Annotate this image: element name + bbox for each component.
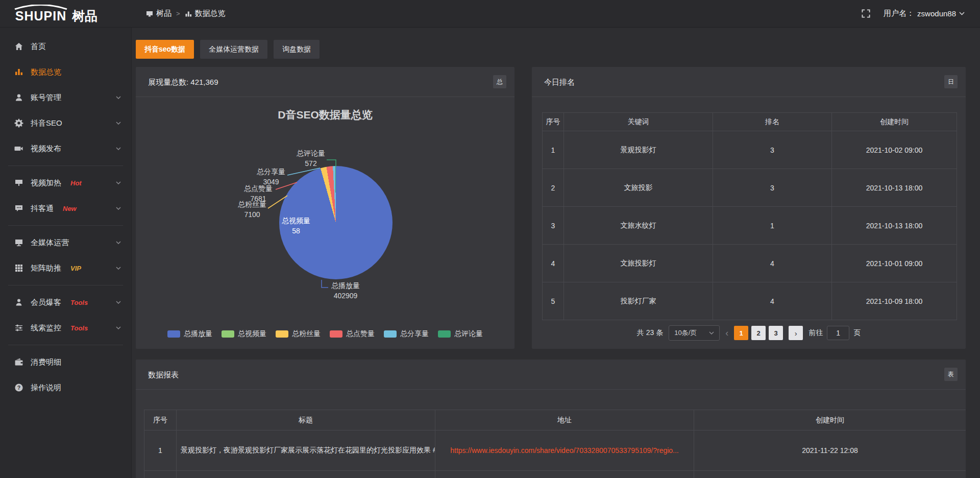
sidebar-item-member-leads[interactable]: 会员爆客 Tools [0,290,131,315]
table-toggle-button[interactable]: 表 [944,368,958,381]
fullscreen-icon[interactable] [862,9,870,18]
sidebar-item-spend-detail[interactable]: 消费明细 [0,349,131,375]
sidebar-item-video-heat[interactable]: 视频加热 Hot [0,170,131,196]
tab-media-ops-data[interactable]: 全媒体运营数据 [200,40,267,59]
sidebar-item-video-publish[interactable]: 视频发布 [0,136,131,161]
top-bar: SHUPIN 树品 树品 > 数据总览 用户名：zswodun88 [0,0,980,28]
chevron-down-icon [116,207,121,210]
report-table: 序号 标题 地址 创建时间 1景观投影灯，夜游景观投影灯厂家展示展示落花灯在花园… [144,410,966,478]
sliders-icon [14,323,23,332]
logo-text-cn: 树品 [72,10,97,22]
sidebar-item-douyin-seo[interactable]: 抖音SEO [0,110,131,136]
pie-label-plays: 总播放量402909 [328,281,363,301]
legend-swatch [438,330,451,338]
page-size-select[interactable]: 10条/页 [669,325,720,341]
wallet-icon [14,357,23,367]
logo-text-en: SHUPIN [15,10,66,22]
tab-inquiry-data[interactable]: 询盘数据 [274,40,320,59]
legend-swatch [222,330,234,338]
table-row: 3文旅水纹灯12021-10-13 18:00 [543,207,957,245]
chat-bubble-icon [14,204,23,213]
report-panel: 数据报表 表 序号 标题 地址 创建时间 1景观投影灯，夜游景观投影灯厂家展示展… [136,360,966,478]
gear-icon [14,118,23,128]
legend-swatch [384,330,397,338]
sidebar-divider [8,285,123,285]
legend-label: 总视频量 [238,329,266,339]
pie-label-comments: 总评论量572 [295,149,327,169]
legend-swatch [276,330,288,338]
page-jumper: 前往 页 [808,326,861,340]
legend-swatch [330,330,342,338]
question-icon: ? [14,383,23,392]
total-toggle-button[interactable]: 总 [493,75,506,88]
report-link[interactable]: https://www.iesdouyin.com/share/video/70… [450,446,679,455]
user-menu[interactable]: 用户名：zswodun88 [884,9,965,18]
sidebar-divider [8,225,123,226]
page-button-1[interactable]: 1 [734,326,748,340]
logo-brand: SHUPIN [12,5,69,22]
legend-item[interactable]: 总视频量 [222,329,266,339]
legend-item[interactable]: 总分享量 [384,329,429,339]
chevron-down-icon [116,96,121,99]
legend-item[interactable]: 总播放量 [167,329,212,339]
sidebar-item-data-overview[interactable]: 数据总览 [0,59,131,85]
next-page-button[interactable]: › [789,326,803,340]
bar-chart-icon [185,10,192,17]
legend-label: 总点赞量 [346,329,375,339]
sidebar-item-home[interactable]: 首页 [0,34,131,59]
tab-douyin-seo-data[interactable]: 抖音seo数据 [136,40,194,59]
sidebar: 首页 数据总览 账号管理 抖音SEO 视频发布 视频加热 Hot 抖客通 New… [0,28,132,478]
logo: SHUPIN 树品 [0,5,132,22]
username-value: zswodun88 [917,9,956,18]
home-icon [14,42,23,51]
svg-text:?: ? [17,385,20,391]
table-row: 4文旅投影灯42021-10-01 09:00 [543,245,957,282]
breadcrumb-label: 树品 [156,9,172,18]
grid-icon [14,264,23,273]
legend-swatch [167,330,180,338]
chevron-down-icon [116,181,121,184]
breadcrumb-label: 数据总览 [195,9,226,18]
sidebar-item-help[interactable]: ? 操作说明 [0,375,131,400]
page-button-3[interactable]: 3 [769,326,783,340]
legend-item[interactable]: 总评论量 [438,329,483,339]
ranking-tbody: 1景观投影灯32021-10-02 09:002文旅投影32021-10-13 … [543,131,957,320]
breadcrumb-item-current[interactable]: 数据总览 [185,9,226,18]
day-toggle-button[interactable]: 日 [944,75,958,88]
report-panel-header: 数据报表 表 [136,360,966,390]
chart-title: D音SEO数据量总览 [136,108,514,122]
chevron-down-icon [116,122,121,125]
new-badge: New [63,205,77,212]
username-label: 用户名： [884,9,914,18]
ranking-title: 今日排名 [544,67,575,97]
screen-icon [146,10,153,17]
legend-item[interactable]: 总粉丝量 [276,329,321,339]
sidebar-item-account[interactable]: 账号管理 [0,85,131,110]
chevron-down-icon [116,267,121,270]
bar-chart-icon [14,67,23,77]
data-tabs: 抖音seo数据 全媒体运营数据 询盘数据 [136,40,320,59]
pagination-total: 共 23 条 [637,328,663,338]
legend-label: 总播放量 [184,329,212,339]
legend-label: 总粉丝量 [292,329,321,339]
table-row [144,471,966,478]
ranking-header-row: 序号 关键词 排名 创建时间 [543,113,957,131]
breadcrumb-separator: > [176,10,180,17]
sidebar-item-clue-monitor[interactable]: 线索监控 Tools [0,315,131,341]
sidebar-item-media-ops[interactable]: 全媒体运营 [0,230,131,255]
chevron-down-icon [709,331,714,334]
sidebar-item-douketong[interactable]: 抖客通 New [0,196,131,221]
table-row: 1景观投影灯32021-10-02 09:00 [543,131,957,169]
legend-item[interactable]: 总点赞量 [330,329,375,339]
report-header-row: 序号 标题 地址 创建时间 [144,410,966,431]
sidebar-item-matrix-boost[interactable]: 矩阵助推 VIP [0,255,131,281]
vip-badge: VIP [70,265,81,272]
ranking-panel: 今日排名 日 序号 关键词 排名 创建时间 1景观投影灯32021-10-02 … [532,67,966,349]
breadcrumb-item-home[interactable]: 树品 [146,9,172,18]
page-jump-input[interactable] [827,326,849,340]
prev-page-button[interactable]: ‹ [725,328,728,338]
page-button-2[interactable]: 2 [751,326,766,340]
legend-label: 总评论量 [454,329,483,339]
sidebar-divider [8,345,123,345]
pie-label-fans: 总粉丝量7100 [236,200,268,220]
